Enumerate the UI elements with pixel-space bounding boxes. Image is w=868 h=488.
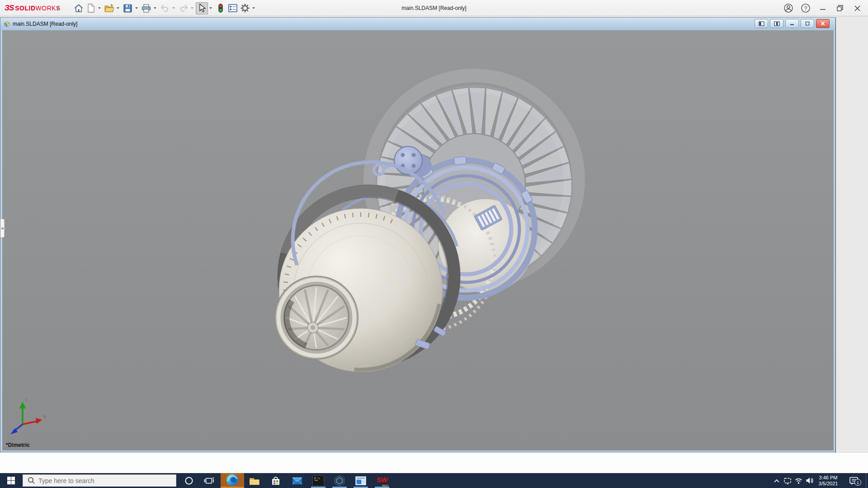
menu-expander-icon[interactable] [57,6,60,10]
store-icon [270,475,281,486]
doc-minimize-button[interactable] [785,19,799,28]
edge-icon [226,474,239,486]
save-icon [123,4,132,13]
account-button[interactable] [781,1,796,15]
task-view-button[interactable] [200,473,218,488]
solidworks-logo: ЗS SOLID WORKS [5,0,61,16]
open-folder-icon [104,3,115,13]
doc-close-icon [820,21,826,26]
cortana-icon [184,476,193,485]
document-properties-button[interactable] [226,2,239,14]
print-caret[interactable] [152,2,157,14]
speaker-icon [805,477,814,484]
search-input[interactable] [38,477,165,484]
terminal-icon-text: C:\ [314,477,320,480]
view-orientation-label: *Dimetric [6,442,30,448]
file-explorer-button[interactable] [245,473,264,488]
display-icon [783,477,792,485]
featuremanager-splitter-handle[interactable] [0,219,5,238]
undo-button[interactable] [159,2,171,14]
display-tray-button[interactable] [782,473,793,488]
open-caret[interactable] [115,2,120,14]
show-desktop-button[interactable] [866,473,868,488]
account-icon [783,3,793,13]
desktop: ЗS SOLID WORKS [0,0,868,488]
pane-right-button[interactable] [770,19,783,28]
terminal-button[interactable]: C:\ [309,473,327,488]
home-button[interactable] [72,2,85,14]
undo-caret[interactable] [171,2,176,14]
quick-access-toolbar [72,2,257,14]
doc-restore-button[interactable] [801,19,814,28]
save-caret[interactable] [134,2,139,14]
home-icon [74,3,84,13]
document-window: main.SLDASM [Read-only] [0,17,836,452]
pane-left-button[interactable] [755,19,768,28]
wifi-tray-button[interactable] [793,473,804,488]
task-pane-gutter [836,16,868,452]
help-button[interactable]: ? [798,1,813,15]
minimize-icon [820,5,826,11]
restore-icon [836,5,844,12]
window-app-icon [355,476,367,486]
minimize-button[interactable] [816,1,830,15]
pane-left-icon [759,21,764,26]
volume-tray-button[interactable] [804,473,815,488]
new-document-caret[interactable] [97,2,102,14]
rebuild-stoplight-icon [217,3,224,13]
doc-close-button[interactable] [816,19,830,28]
task-view-icon [204,476,214,485]
print-button[interactable] [140,2,152,14]
close-icon [854,5,861,12]
jet-engine-3d-model [2,30,834,450]
document-title: main.SLDASM [Read-only] [13,21,77,27]
restore-button[interactable] [833,1,847,15]
triad-x-label: x [44,413,47,419]
tray-date: 3/5/2021 [819,481,838,487]
doc-restore-icon [805,21,810,26]
cortana-button[interactable] [180,473,198,488]
redo-caret[interactable] [189,2,194,14]
orientation-triad: x y [8,396,48,440]
logo-mark: ЗS [5,4,14,13]
new-document-button[interactable] [85,2,97,14]
terminal-icon: C:\ [312,475,324,486]
select-caret[interactable] [208,2,213,14]
store-button[interactable] [267,473,285,488]
app-window-button[interactable] [352,473,370,488]
close-button[interactable] [850,1,864,15]
select-button[interactable] [196,2,208,14]
notification-badge: 1 [854,479,861,486]
triad-y-label: y [25,396,28,402]
solidworks-taskbar-button[interactable]: SW 2021 [373,473,391,488]
rebuild-button[interactable] [214,2,226,14]
search-icon [23,477,38,485]
select-cursor-icon [198,4,206,13]
svg-text:?: ? [804,5,807,12]
pane-right-icon [774,21,780,26]
graphics-viewport[interactable]: x y *Dimetric [2,30,834,450]
new-document-icon [86,3,95,13]
tray-time: 3:46 PM [819,475,838,481]
chevron-up-icon [774,479,780,483]
solidworks-icon-text: SW [377,476,387,483]
redo-button[interactable] [177,2,189,14]
file-explorer-icon [249,476,260,486]
mail-button[interactable] [288,473,306,488]
clock[interactable]: 3:46 PM 3/5/2021 [814,473,843,488]
save-button[interactable] [122,2,134,14]
wifi-icon [794,477,803,484]
taskbar-search[interactable] [23,474,176,487]
edge-taskbar-button[interactable] [221,473,244,487]
options-button[interactable] [239,2,251,14]
print-icon [141,4,151,13]
app-titlebar: ЗS SOLID WORKS [0,0,868,16]
open-button[interactable] [103,2,115,14]
start-button[interactable] [0,473,22,488]
options-caret[interactable] [251,2,256,14]
app-window-controls: ? [781,0,864,16]
app-hexagon-button[interactable] [330,473,349,488]
hidden-icons-button[interactable] [771,473,782,488]
engine-nozzle [275,276,358,359]
properties-list-icon [228,4,238,13]
